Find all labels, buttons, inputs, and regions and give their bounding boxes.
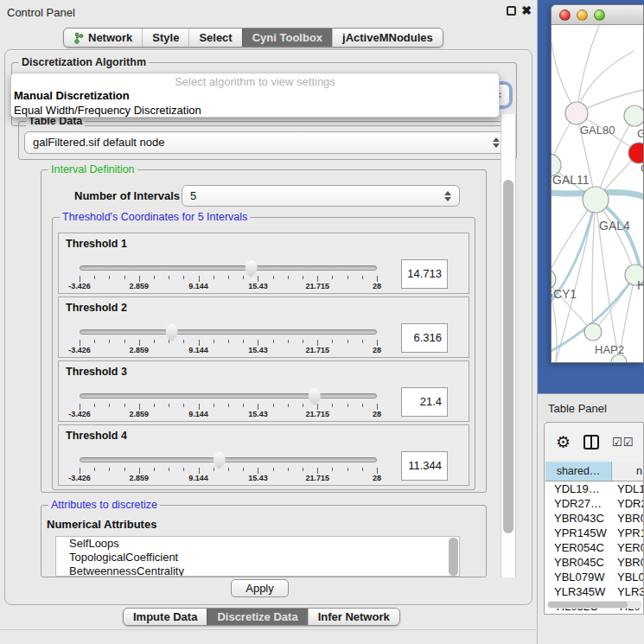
tab-label: Cyni Toolbox — [252, 29, 322, 47]
thresholds-group: Threshold's Coordinates for 5 Intervals … — [52, 217, 475, 490]
node-label-gal11: GAL11 — [552, 173, 590, 187]
table-data-combo[interactable]: galFiltered.sif default node — [24, 131, 508, 154]
network-canvas[interactable]: GAL80 GA C GAL11 GAL4 GCY1 H HAP2 — [552, 25, 643, 362]
table-hscrollbar[interactable] — [547, 601, 642, 609]
list-item-topologicalcoefficient[interactable]: TopologicalCoefficient — [56, 551, 459, 564]
table-row[interactable]: YPR145WYPR1 — [545, 526, 643, 540]
node-label-gal80: GAL80 — [580, 124, 615, 137]
numerical-attributes-list[interactable]: SelfLoopsTopologicalCoefficientBetweenne… — [55, 536, 460, 577]
node-hap2[interactable] — [584, 323, 602, 341]
close-icon[interactable]: ✖ — [521, 3, 532, 17]
node-label-gal4: GAL4 — [599, 219, 630, 233]
network-window-titlebar[interactable] — [552, 5, 643, 25]
cell-name: YDL1 — [612, 481, 643, 496]
node-gal80[interactable] — [565, 102, 588, 124]
tab-select[interactable]: Select — [188, 29, 241, 47]
slider-track[interactable] — [80, 265, 377, 271]
node-label-partial-h: H — [637, 278, 643, 292]
list-item-selfloops[interactable]: SelfLoops — [56, 537, 459, 551]
threshold-value-box[interactable]: 11.344 — [401, 451, 448, 481]
table-hscrollbar-thumb[interactable] — [548, 602, 628, 608]
tick-label: -3.426 — [68, 410, 91, 418]
tick-label: 9.144 — [188, 474, 208, 482]
threshold-panel-1: Threshold 1-3.4262.8599.14415.4321.71528… — [58, 233, 469, 294]
table-panel-title: Table Panel — [548, 402, 607, 415]
slider-tick-labels: -3.4262.8599.14415.4321.71528 — [80, 474, 377, 484]
close-traffic-light[interactable] — [559, 10, 571, 21]
interval-definition-group-label: Interval Definition — [48, 163, 137, 175]
combo-arrows-icon — [493, 137, 500, 148]
threshold-label: Threshold 4 — [66, 430, 127, 442]
tab-label: Select — [199, 29, 232, 47]
slider-track[interactable] — [80, 393, 377, 399]
table-row[interactable]: YBR043CYBR0 — [545, 511, 643, 526]
num-intervals-combo[interactable]: 5 — [182, 185, 460, 207]
threshold-value-box[interactable]: 21.4 — [401, 387, 448, 417]
tick-label: 9.144 — [188, 282, 208, 290]
node-label-partial-c: C — [641, 162, 643, 175]
tick-label: 28 — [373, 410, 381, 418]
numerical-attributes-label: Numerical Attributes — [47, 518, 156, 531]
slider-ticks — [80, 339, 377, 346]
list-item-betweennesscentrality[interactable]: BetweennessCentrality — [56, 564, 459, 577]
cell-shared-name: YDR27… — [545, 496, 612, 511]
panel-scrollbar-thumb[interactable] — [503, 180, 513, 533]
minimize-traffic-light[interactable] — [577, 10, 588, 21]
tab-jactivemnodules[interactable]: jActiveMNodules — [332, 29, 443, 47]
slider-track[interactable] — [80, 457, 377, 462]
apply-button[interactable]: Apply — [231, 579, 289, 597]
attributes-group-label: Attributes to discretize — [48, 499, 160, 511]
zoom-traffic-light[interactable] — [594, 10, 605, 21]
node-label-hap2: HAP2 — [595, 343, 624, 356]
select-columns-icon[interactable]: ☑☑ — [612, 436, 634, 449]
cell-shared-name: YBL079W — [545, 570, 612, 584]
num-intervals-label: Number of Intervals — [74, 189, 180, 202]
tick-label: 21.715 — [305, 346, 329, 354]
tab-network[interactable]: Network — [64, 29, 142, 47]
slider-ticks — [80, 403, 377, 410]
table-row[interactable]: YBL079WYBL0 — [545, 570, 643, 584]
divider — [0, 629, 538, 630]
tick-label: 15.43 — [248, 410, 268, 418]
popup-item-manual-discretization[interactable]: Manual Discretization — [14, 89, 496, 102]
cell-name: YBR0 — [612, 511, 643, 526]
node-table[interactable]: shared… n YDL19…YDL1YDR27…YDR2YBR043CYBR… — [545, 462, 643, 614]
list-scrollbar[interactable] — [449, 538, 458, 576]
table-row[interactable]: YLR345WYLR3 — [545, 584, 643, 599]
threshold-label: Threshold 2 — [66, 302, 127, 314]
tab-label: Network — [88, 29, 132, 47]
tab-discretize-data[interactable]: Discretize Data — [207, 609, 307, 625]
table-row[interactable]: YER054CYER0 — [545, 540, 643, 555]
node-partial-right-top[interactable] — [624, 105, 643, 126]
tick-label: -3.426 — [68, 282, 91, 290]
node-gal4[interactable] — [583, 187, 609, 213]
table-row[interactable]: YDL19…YDL1 — [545, 481, 643, 496]
float-window-icon[interactable] — [507, 6, 516, 16]
tab-infer-network[interactable]: Infer Network — [308, 609, 399, 625]
tab-impute-data[interactable]: Impute Data — [124, 609, 207, 625]
popup-hint: Select algorithm to view settings — [11, 75, 499, 88]
slider-ticks — [80, 467, 377, 474]
tick-label: 2.859 — [130, 282, 150, 290]
gear-icon[interactable]: ⚙ — [556, 434, 571, 450]
tab-label: Impute Data — [133, 608, 197, 626]
threshold-value-box[interactable]: 6.316 — [401, 323, 448, 353]
tab-label: jActiveMNodules — [342, 29, 433, 47]
column-layout-icon[interactable] — [583, 435, 599, 450]
table-row[interactable]: YBR045CYBR0 — [545, 555, 643, 570]
cell-name: YBL0 — [612, 570, 643, 584]
tab-cyni-toolbox[interactable]: Cyni Toolbox — [242, 29, 332, 47]
table-row[interactable]: YDR27…YDR2 — [545, 496, 643, 511]
thresholds-group-label: Threshold's Coordinates for 5 Intervals — [60, 211, 250, 223]
node-red-selected[interactable] — [628, 143, 643, 163]
tab-style[interactable]: Style — [142, 29, 188, 47]
tab-label: Infer Network — [318, 608, 390, 626]
tab-label: Style — [152, 29, 179, 47]
slider-track[interactable] — [80, 329, 377, 335]
algorithm-popup: Select algorithm to view settings Manual… — [10, 73, 500, 118]
column-header-name[interactable]: n — [612, 462, 643, 481]
column-header-shared-name[interactable]: shared… — [545, 462, 612, 481]
threshold-panel-3: Threshold 3-3.4262.8599.14415.4321.71528… — [58, 360, 469, 422]
popup-item-equal-width-frequency[interactable]: Equal Width/Frequency Discretization — [14, 104, 496, 117]
threshold-value-box[interactable]: 14.713 — [401, 259, 448, 289]
